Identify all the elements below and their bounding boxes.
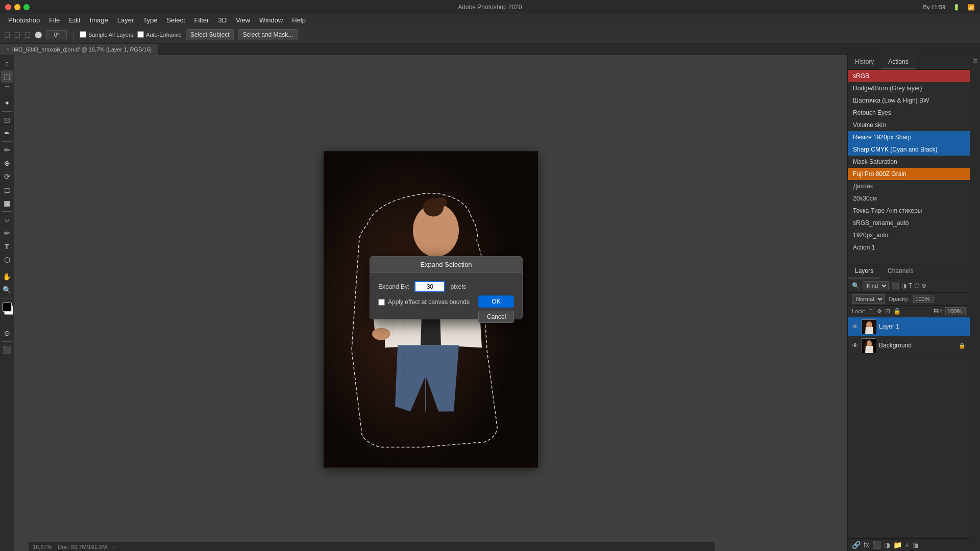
type-tool[interactable]: T [1, 240, 13, 253]
hand-tool[interactable]: ✋ [1, 270, 13, 283]
layer-adj-button[interactable]: ◑ [884, 541, 890, 549]
select-and-mask-button[interactable]: Select and Mask... [238, 29, 298, 40]
menu-layer[interactable]: Layer [113, 15, 138, 25]
expand-by-label: Expand By: [378, 283, 409, 290]
window-controls[interactable] [5, 4, 30, 10]
quick-mask-tool[interactable]: ⊙ [1, 327, 13, 339]
tab-history[interactable]: History [848, 55, 881, 69]
layer-filter-type[interactable]: T [909, 282, 912, 289]
canvas-bounds-checkbox[interactable] [378, 299, 385, 306]
history-item-retouch[interactable]: Retouch Eyes [848, 107, 970, 119]
opacity-input[interactable] [913, 295, 934, 303]
dodge-tool[interactable]: ○ [1, 214, 13, 226]
tool-icon-4: ⬤ [35, 31, 42, 38]
foreground-color[interactable] [3, 303, 12, 312]
maximize-window-btn[interactable] [23, 4, 30, 10]
blend-mode-select[interactable]: Normal [852, 294, 885, 304]
gradient-tool[interactable]: ▦ [1, 197, 13, 209]
menu-edit[interactable]: Edit [65, 15, 84, 25]
clone-stamp-tool[interactable]: ⊕ [1, 157, 13, 169]
history-item-srgb-rename[interactable]: sRGB_rename_auto [848, 217, 970, 229]
history-item-stickers[interactable]: Точка-Тире Аня стикеры [848, 205, 970, 217]
menu-photoshop[interactable]: Photoshop [4, 15, 44, 25]
history-item-volume[interactable]: Volume skin [848, 119, 970, 131]
history-item-action1[interactable]: Action 1 [848, 241, 970, 254]
history-item-chasotka[interactable]: Шасточка (Low & High) BW [848, 94, 970, 107]
move-tool[interactable]: ↕ [1, 57, 13, 69]
menu-view[interactable]: View [232, 15, 254, 25]
tab-layers[interactable]: Layers [848, 264, 880, 279]
minimize-window-btn[interactable] [14, 4, 20, 10]
history-item-fuji[interactable]: Fuji Pro 800Z Grain [848, 168, 970, 180]
layer-new-button[interactable]: + [905, 541, 909, 549]
angle-input[interactable]: 0° [46, 30, 67, 39]
menu-image[interactable]: Image [86, 15, 112, 25]
history-item-srgb[interactable]: sRGB [848, 70, 970, 82]
history-item-diptych[interactable]: Диптих [848, 180, 970, 192]
layer-mask-button[interactable]: ⬛ [872, 541, 881, 549]
menu-file[interactable]: File [45, 15, 64, 25]
history-item-mask[interactable]: Mask Saturation [848, 156, 970, 168]
dialog-cancel-button[interactable]: Cancel [478, 311, 514, 323]
status-bar: 16,67% Doc: 82,7M/161,6M › [29, 542, 715, 551]
zoom-tool[interactable]: 🔍 [1, 284, 13, 296]
lock-pixel-icon[interactable]: ⬚ [868, 308, 874, 315]
history-item-resize[interactable]: Resize 1920px Sharp [848, 131, 970, 143]
magic-wand-tool[interactable]: ✦ [1, 97, 13, 109]
background-visibility[interactable]: 👁 [852, 342, 859, 349]
layer-item-background[interactable]: 👁 [848, 336, 970, 355]
menu-window[interactable]: Window [255, 15, 287, 25]
layer-filter-pixel[interactable]: ⬛ [892, 282, 899, 289]
menu-type[interactable]: Type [139, 15, 161, 25]
auto-enhance-checkbox[interactable]: Auto-Enhance [137, 31, 182, 38]
sample-all-layers-checkbox[interactable]: Sample All Layers [80, 31, 133, 38]
history-item-sharp[interactable]: Sharp CMYK (Cyan and Black) [848, 143, 970, 156]
document-tab[interactable]: × IMG_6343_плохой_фон.tif @ 16,7% (Layer… [0, 44, 158, 55]
tab-actions[interactable]: Actions [881, 55, 915, 69]
close-window-btn[interactable] [5, 4, 11, 10]
status-arrow[interactable]: › [113, 544, 115, 550]
expand-by-input[interactable] [414, 281, 445, 292]
menu-3d[interactable]: 3D [214, 15, 231, 25]
brush-tool[interactable]: ✏ [1, 144, 13, 156]
tab-channels[interactable]: Channels [880, 264, 921, 279]
dialog-ok-button[interactable]: OK [478, 295, 514, 308]
selection-tool[interactable]: ⬚ [1, 70, 13, 83]
select-subject-button[interactable]: Select Subject [186, 29, 234, 40]
layer1-visibility[interactable]: 👁 [852, 323, 859, 331]
eraser-tool[interactable]: ◻ [1, 184, 13, 196]
menu-select[interactable]: Select [162, 15, 189, 25]
layer-kind-select[interactable]: Kind [863, 281, 889, 290]
layer-delete-button[interactable]: 🗑 [912, 541, 919, 549]
pen-tool[interactable]: ✏ [1, 227, 13, 239]
layer-item-layer1[interactable]: 👁 Layer 1 [848, 317, 970, 336]
menu-filter[interactable]: Filter [190, 15, 213, 25]
shape-tool[interactable]: ⬡ [1, 254, 13, 266]
layer-fx-button[interactable]: fx [864, 541, 869, 549]
layer-filter-adj[interactable]: ◑ [901, 282, 906, 289]
lock-all-icon[interactable]: 🔒 [893, 308, 901, 315]
lasso-tool[interactable]: ⌒ [1, 84, 13, 96]
menu-help[interactable]: Help [288, 15, 310, 25]
eyedropper-tool[interactable]: ✒ [1, 127, 13, 139]
history-item-dodge[interactable]: Dodge&Burn (Grey layer) [848, 82, 970, 94]
menubar: Photoshop File Edit Image Layer Type Sel… [0, 14, 980, 26]
layer-group-button[interactable]: 📁 [893, 541, 902, 549]
history-item-20x30[interactable]: 20x30см [848, 192, 970, 205]
document-tabbar: × IMG_6343_плохой_фон.tif @ 16,7% (Layer… [0, 44, 980, 55]
layer-filter-smart[interactable]: ⊕ [921, 282, 926, 289]
layer-filter-shape[interactable]: ⬡ [914, 282, 919, 289]
lock-artboard-icon[interactable]: ⊡ [885, 308, 890, 315]
crop-tool[interactable]: ⊡ [1, 114, 13, 126]
history-brush-tool[interactable]: ⟳ [1, 170, 13, 183]
svg-point-6 [372, 328, 390, 340]
lock-position-icon[interactable]: ✥ [877, 308, 882, 315]
layer-link-button[interactable]: 🔗 [852, 541, 861, 549]
auto-enhance-input[interactable] [137, 31, 144, 38]
canvas-area[interactable]: Expand Selection Expand By: pixels Apply… [14, 55, 847, 551]
sample-all-layers-input[interactable] [80, 31, 86, 38]
document-tab-close[interactable]: × [6, 46, 9, 52]
history-item-1920px[interactable]: 1920px_auto [848, 229, 970, 241]
screen-mode[interactable]: ⬛ [1, 344, 13, 356]
fill-input[interactable] [945, 307, 966, 315]
